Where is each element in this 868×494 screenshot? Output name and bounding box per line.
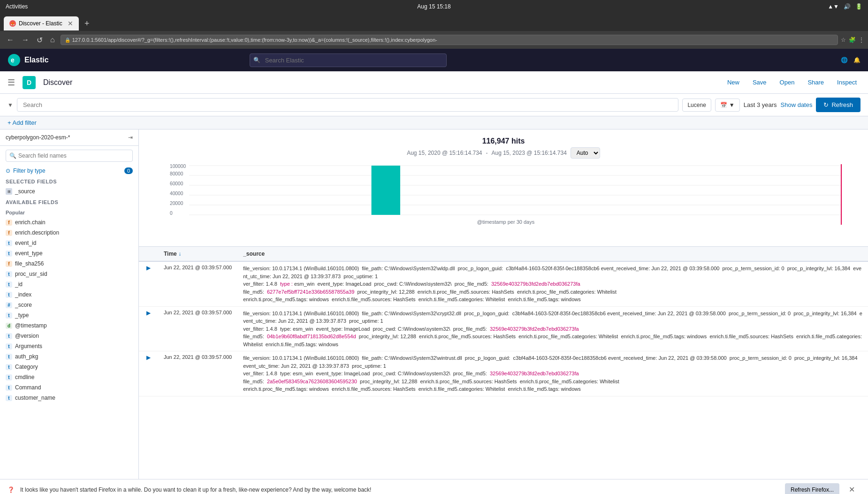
- field-item-id[interactable]: t _id: [0, 279, 138, 289]
- field-name: enrich.chain: [15, 219, 46, 226]
- field-item-file-sha256[interactable]: f file_sha256: [0, 258, 138, 269]
- main-content: 116,947 hits Aug 15, 2020 @ 15:16:14.734…: [139, 129, 868, 479]
- field-item-timestamp[interactable]: d @timestamp: [0, 320, 138, 331]
- field-item-event-type[interactable]: t event_type: [0, 248, 138, 258]
- hamburger-menu[interactable]: ☰: [8, 77, 15, 88]
- field-item-cmdline[interactable]: t cmdline: [0, 372, 138, 382]
- header-right: 🌐 🔔: [841, 57, 860, 63]
- inspect-button[interactable]: Inspect: [833, 77, 860, 88]
- field-item-enrich-description[interactable]: f enrich.description: [0, 228, 138, 238]
- notification-text: It looks like you haven't started Firefo…: [20, 486, 779, 493]
- forward-button[interactable]: →: [19, 35, 32, 46]
- field-type-badge: t: [6, 292, 12, 298]
- chart-wrapper: 0 20000 40000 60000 80000 100000: [146, 164, 860, 239]
- notification-actions: Refresh Firefox... ✕: [785, 483, 860, 494]
- time-range-label: Last 3 years: [744, 101, 777, 108]
- field-item-index[interactable]: t _index: [0, 289, 138, 300]
- field-item-event-id[interactable]: t event_id: [0, 238, 138, 248]
- menu-icon[interactable]: ⋮: [859, 37, 864, 43]
- expand-cell[interactable]: ▶: [139, 351, 158, 396]
- back-button[interactable]: ←: [4, 35, 17, 46]
- tab-close-button[interactable]: ✕: [68, 20, 73, 27]
- field-type-badge: t: [6, 343, 12, 350]
- field-name: cmdline: [15, 374, 34, 380]
- battery-icon: 🔋: [855, 3, 862, 10]
- home-button[interactable]: ⌂: [47, 35, 58, 46]
- available-fields-label: Available fields: [0, 197, 138, 207]
- expand-cell[interactable]: ▶: [139, 261, 158, 306]
- time-cell: Jun 22, 2021 @ 03:39:57.000: [158, 306, 237, 351]
- field-item-proc-usr-sid[interactable]: t proc_usr_sid: [0, 269, 138, 279]
- search-elastic-input[interactable]: [250, 53, 447, 67]
- field-type-badge: t: [6, 354, 12, 360]
- close-notification-button[interactable]: ✕: [843, 483, 860, 494]
- refresh-firefox-button[interactable]: Refresh Firefox...: [785, 483, 839, 494]
- expand-cell[interactable]: ▶: [139, 306, 158, 351]
- field-item-customer-name[interactable]: t customer_name: [0, 393, 138, 403]
- save-button[interactable]: Save: [749, 77, 770, 88]
- field-source[interactable]: ⊞ _source: [0, 186, 138, 197]
- refresh-label: Refresh: [831, 101, 853, 108]
- search-filter-input[interactable]: [17, 98, 679, 112]
- field-item-arguments[interactable]: t Arguments: [0, 341, 138, 351]
- field-type-badge: #: [6, 302, 12, 308]
- field-name: customer_name: [15, 395, 55, 401]
- elastic-text: Elastic: [24, 56, 49, 64]
- source-text: file_version: 10.0.17134.1 (WinBuild.160…: [243, 354, 862, 393]
- field-name: proc_usr_sid: [15, 271, 47, 277]
- expand-row-button[interactable]: ▶: [145, 310, 152, 316]
- search-wrap: 🔍: [250, 53, 447, 67]
- field-name: event_id: [15, 240, 36, 246]
- time-col-header[interactable]: Time ↓: [158, 247, 237, 261]
- field-item-version[interactable]: t @version: [0, 331, 138, 341]
- field-type-badge: t: [6, 251, 12, 257]
- results-table: Time ↓ _source ▶ Jun 22, 2021 @ 03:39:57…: [139, 247, 868, 396]
- open-button[interactable]: Open: [776, 77, 799, 88]
- expand-row-button[interactable]: ▶: [145, 354, 152, 361]
- refresh-button[interactable]: ↻ Refresh: [816, 98, 860, 112]
- field-item-command[interactable]: t Command: [0, 382, 138, 393]
- new-button[interactable]: New: [723, 77, 743, 88]
- active-tab[interactable]: 🦊 Discover - Elastic ✕: [4, 16, 79, 30]
- share-button[interactable]: Share: [804, 77, 828, 88]
- field-name: Arguments: [15, 343, 42, 350]
- url-bar[interactable]: 🔒 127.0.0.1:5601/app/discover#/?_g=(filt…: [61, 35, 838, 45]
- show-dates-button[interactable]: Show dates: [781, 101, 813, 108]
- filter-toggle-icon[interactable]: ▼: [8, 102, 13, 108]
- field-item-type[interactable]: t _type: [0, 310, 138, 320]
- bell-icon[interactable]: 🔔: [853, 57, 860, 63]
- field-type-badge: t: [6, 385, 12, 391]
- add-filter-link[interactable]: + Add filter: [8, 119, 37, 126]
- field-item-category[interactable]: t Category: [0, 362, 138, 372]
- bookmarks-icon[interactable]: ☆: [841, 37, 846, 43]
- reload-button[interactable]: ↺: [34, 35, 46, 46]
- url-text: 127.0.0.1:5601/app/discover#/?_g=(filter…: [72, 37, 437, 43]
- source-cell: file_version: 10.0.17134.1 (WinBuild.160…: [237, 306, 868, 351]
- search-fields-input[interactable]: [6, 150, 133, 162]
- table-header-row: Time ↓ _source: [139, 247, 868, 261]
- app-toolbar: ☰ D Discover New Save Open Share Inspect: [0, 71, 868, 94]
- field-item-enrich-chain[interactable]: f enrich.chain: [0, 217, 138, 228]
- svg-text:100000: 100000: [170, 164, 186, 169]
- field-type-badge: f: [6, 220, 12, 226]
- field-item-auth-pkg[interactable]: t auth_pkg: [0, 351, 138, 362]
- date-picker-button[interactable]: 📅 ▼: [715, 99, 740, 112]
- search-fields-icon: 🔍: [9, 152, 16, 159]
- os-activities[interactable]: Activities: [6, 3, 28, 10]
- filter-by-type[interactable]: ⊙ Filter by type 0: [0, 166, 138, 176]
- expand-row-button[interactable]: ▶: [145, 265, 152, 271]
- results-area[interactable]: Time ↓ _source ▶ Jun 22, 2021 @ 03:39:57…: [139, 247, 868, 479]
- field-name: file_sha256: [15, 260, 44, 267]
- globe-icon[interactable]: 🌐: [841, 57, 848, 63]
- new-tab-button[interactable]: +: [81, 17, 93, 30]
- collapse-sidebar-icon[interactable]: ⇥: [128, 134, 133, 141]
- index-pattern-name[interactable]: cyberpolygon-2020-esm-*: [6, 134, 70, 141]
- source-col-header[interactable]: _source: [237, 247, 868, 261]
- tab-title: Discover - Elastic: [19, 20, 62, 27]
- source-cell: file_version: 10.0.17134.1 (WinBuild.160…: [237, 351, 868, 396]
- hits-count: 116,947 hits: [146, 137, 860, 145]
- lucene-button[interactable]: Lucene: [682, 99, 711, 112]
- interval-select[interactable]: Auto: [571, 147, 600, 159]
- extensions-icon[interactable]: 🧩: [849, 37, 856, 43]
- field-item-score[interactable]: # _score: [0, 300, 138, 310]
